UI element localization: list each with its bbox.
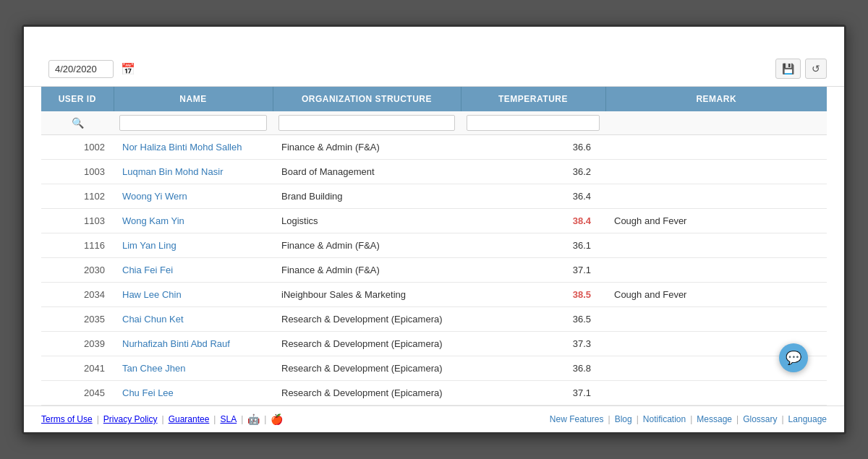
cell-remark — [605, 135, 827, 160]
footer-language-link[interactable]: Language — [788, 414, 827, 424]
table-row: 2045Chu Fei LeeResearch & Development (E… — [41, 381, 827, 406]
cell-name[interactable]: Chia Fei Fei — [114, 258, 273, 283]
rsep5: | — [781, 414, 783, 424]
table-row: 2039Nurhafizah Binti Abd RaufResearch & … — [41, 332, 827, 356]
footer-blog-link[interactable]: Blog — [615, 414, 632, 424]
rsep3: | — [690, 414, 692, 424]
cell-temp: 37.1 — [461, 258, 605, 283]
cell-org: Finance & Admin (F&A) — [273, 258, 461, 283]
search-org-cell — [461, 111, 605, 135]
cell-userid: 1103 — [41, 209, 114, 233]
col-header-remark: REMARK — [605, 87, 827, 111]
table-row: 1116Lim Yan LingFinance & Admin (F&A)36.… — [41, 233, 827, 258]
footer-message-link[interactable]: Message — [697, 414, 732, 424]
cell-org: iNeighbour Sales & Marketing — [273, 283, 461, 307]
cell-org: Brand Building — [273, 184, 461, 209]
table-row: 2041Tan Chee JhenResearch & Development … — [41, 356, 827, 381]
sep4: | — [241, 414, 243, 424]
cell-temp: 36.5 — [461, 307, 605, 332]
search-userid-input[interactable] — [119, 115, 267, 131]
col-header-name: NAME — [114, 87, 273, 111]
cell-org: Finance & Admin (F&A) — [273, 233, 461, 258]
cell-remark — [605, 233, 827, 258]
cell-org: Research & Development (Epicamera) — [273, 307, 461, 332]
cell-userid: 2034 — [41, 283, 114, 307]
rsep2: | — [637, 414, 639, 424]
save-button[interactable]: 💾 — [775, 59, 801, 79]
footer-new-features-link[interactable]: New Features — [550, 414, 604, 424]
search-name-cell — [273, 111, 461, 135]
cell-temp: 36.2 — [461, 160, 605, 184]
refresh-button[interactable]: ↺ — [805, 59, 827, 79]
cell-remark — [605, 160, 827, 184]
cell-org: Board of Management — [273, 160, 461, 184]
cell-name[interactable]: Haw Lee Chin — [114, 283, 273, 307]
col-header-userid: USER ID — [41, 87, 114, 111]
cell-remark — [605, 184, 827, 209]
table-row: 1003Luqman Bin Mohd NasirBoard of Manage… — [41, 160, 827, 184]
cell-remark: Cough and Fever — [605, 283, 827, 307]
cell-name[interactable]: Luqman Bin Mohd Nasir — [114, 160, 273, 184]
cell-name[interactable]: Nurhafizah Binti Abd Rauf — [114, 332, 273, 356]
footer-privacy-link[interactable]: Privacy Policy — [103, 414, 158, 424]
rsep4: | — [736, 414, 739, 424]
cell-userid: 1003 — [41, 160, 114, 184]
cell-org: Research & Development (Epicamera) — [273, 332, 461, 356]
footer-terms-link[interactable]: Terms of Use — [41, 414, 93, 424]
footer-guarantee-link[interactable]: Guarantee — [169, 414, 210, 424]
calendar-icon[interactable]: 📅 — [121, 62, 135, 76]
footer-left: Terms of Use | Privacy Policy | Guarante… — [41, 413, 283, 425]
search-userid-cell — [114, 111, 273, 135]
android-icon: 🤖 — [247, 413, 260, 425]
footer-glossary-link[interactable]: Glossary — [743, 414, 777, 424]
cell-name[interactable]: Wong Kam Yin — [114, 209, 273, 233]
cell-userid: 2039 — [41, 332, 114, 356]
cell-org: Research & Development (Epicamera) — [273, 381, 461, 406]
cell-userid: 2035 — [41, 307, 114, 332]
cell-temp: 38.5 — [461, 283, 605, 307]
footer-right: New Features | Blog | Notification | Mes… — [550, 414, 827, 424]
cell-temp: 36.4 — [461, 184, 605, 209]
cell-userid: 1102 — [41, 184, 114, 209]
cell-temp: 36.1 — [461, 233, 605, 258]
cell-name[interactable]: Chai Chun Ket — [114, 307, 273, 332]
table-row: 2034Haw Lee ChiniNeighbour Sales & Marke… — [41, 283, 827, 307]
footer-notification-link[interactable]: Notification — [643, 414, 686, 424]
cell-userid: 2045 — [41, 381, 114, 406]
cell-userid: 2041 — [41, 356, 114, 381]
table-row: 2030Chia Fei FeiFinance & Admin (F&A)37.… — [41, 258, 827, 283]
cell-remark: Cough and Fever — [605, 209, 827, 233]
attendance-date-input[interactable] — [48, 60, 114, 78]
cell-name[interactable]: Tan Chee Jhen — [114, 356, 273, 381]
footer-sla-link[interactable]: SLA — [220, 414, 237, 424]
cell-temp: 36.6 — [461, 135, 605, 160]
cell-temp: 37.1 — [461, 381, 605, 406]
table-row: 1002Nor Haliza Binti Mohd SallehFinance … — [41, 135, 827, 160]
table-row: 2035Chai Chun KetResearch & Development … — [41, 307, 827, 332]
col-header-org: ORGANIZATION STRUCTURE — [273, 87, 461, 111]
cell-remark — [605, 307, 827, 332]
table-row: 1102Woong Yi WernBrand Building36.4 — [41, 184, 827, 209]
cell-userid: 1116 — [41, 233, 114, 258]
cell-org: Finance & Admin (F&A) — [273, 135, 461, 160]
cell-name[interactable]: Chu Fei Lee — [114, 381, 273, 406]
cell-temp: 38.4 — [461, 209, 605, 233]
chat-button[interactable]: 💬 — [779, 343, 808, 372]
cell-userid: 2030 — [41, 258, 114, 283]
sep5: | — [264, 414, 266, 424]
search-name-input[interactable] — [278, 115, 455, 131]
cell-name[interactable]: Woong Yi Wern — [114, 184, 273, 209]
sep1: | — [97, 414, 99, 424]
rsep1: | — [608, 414, 610, 424]
cell-temp: 36.8 — [461, 356, 605, 381]
sep3: | — [213, 414, 216, 424]
cell-name[interactable]: Nor Haliza Binti Mohd Salleh — [114, 135, 273, 160]
apple-icon: 🍎 — [271, 413, 283, 425]
search-org-input[interactable] — [467, 115, 600, 131]
cell-org: Research & Development (Epicamera) — [273, 356, 461, 381]
cell-org: Logistics — [273, 209, 461, 233]
cell-name[interactable]: Lim Yan Ling — [114, 233, 273, 258]
col-header-temp: TEMPERATURE — [461, 87, 605, 111]
cell-userid: 1002 — [41, 135, 114, 160]
search-icon-cell: 🔍 — [41, 111, 114, 135]
